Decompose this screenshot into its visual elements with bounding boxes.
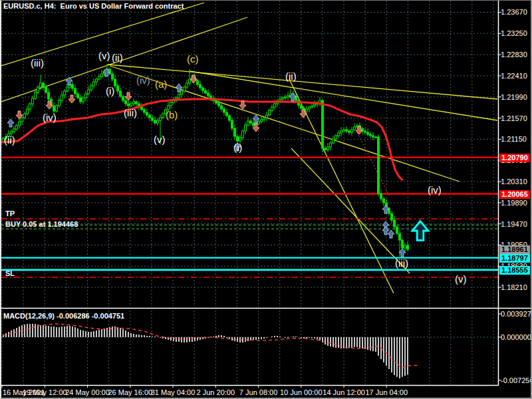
candle — [370, 134, 372, 136]
candle — [35, 92, 37, 98]
candle — [378, 137, 380, 194]
candle — [130, 104, 132, 106]
price-axis-label: 1.21150 — [501, 135, 527, 144]
buy-order-label: BUY 0.05 at 1.194468 — [5, 220, 78, 228]
elliott-wave-label: (ii) — [112, 53, 123, 63]
elliott-wave-label: (iii) — [124, 108, 137, 118]
elliott-wave-label: (c) — [187, 54, 199, 64]
candle — [88, 90, 90, 94]
candle — [348, 131, 350, 132]
elliott-wave-label: (v) — [154, 134, 166, 144]
macd-indicator-label: MACD(12,26,9) -0.006286 -0.004751 — [3, 312, 124, 320]
candle — [380, 194, 382, 199]
candle — [325, 148, 327, 150]
price-axis-label: 1.18210 — [501, 283, 527, 292]
candle — [404, 245, 406, 248]
candle — [383, 199, 385, 203]
candle — [221, 106, 223, 109]
candle — [178, 94, 180, 98]
price-axis-label: 1.23670 — [501, 8, 527, 17]
candle — [98, 76, 100, 79]
candle — [245, 125, 247, 131]
trendline — [190, 71, 497, 120]
candle — [85, 94, 87, 98]
sell-arrow-icon — [68, 95, 75, 103]
price-axis-highlight-label: 1.20065 — [499, 190, 530, 199]
candle — [186, 83, 188, 87]
candle — [274, 104, 276, 107]
candle — [53, 106, 55, 111]
elliott-wave-label: (iii) — [395, 258, 408, 268]
candle — [261, 120, 263, 122]
candle — [40, 83, 42, 87]
macd-axis-label: -0.007256 — [501, 376, 532, 385]
price-axis-label: 1.19890 — [501, 199, 527, 207]
candle — [223, 109, 225, 112]
candle — [112, 74, 114, 79]
candle — [152, 118, 154, 120]
candle — [282, 98, 284, 99]
candle — [269, 110, 271, 115]
candle — [351, 130, 353, 132]
sl-line-label: SL — [5, 269, 15, 277]
candle — [346, 130, 348, 131]
candle — [13, 129, 15, 132]
candle — [162, 114, 164, 118]
candle — [207, 93, 209, 96]
candle — [48, 92, 50, 99]
candle — [37, 87, 39, 92]
candle — [59, 100, 61, 106]
candle — [314, 104, 316, 106]
candle — [399, 233, 401, 240]
candle — [215, 100, 217, 103]
candle — [364, 131, 366, 132]
candle — [285, 97, 287, 98]
candle — [250, 121, 252, 123]
candle — [64, 91, 66, 95]
elliott-wave-label: (v) — [98, 51, 110, 61]
sell-arrow-icon — [190, 75, 197, 83]
candle — [43, 83, 45, 87]
candle — [226, 112, 228, 116]
buy-arrow-icon — [388, 230, 394, 238]
elliott-wave-label: (v) — [455, 274, 467, 284]
candle — [197, 80, 199, 84]
price-axis-highlight-label: 1.18555 — [499, 266, 530, 275]
candle — [181, 91, 183, 94]
elliott-wave-label: (b) — [166, 110, 178, 120]
candle — [367, 132, 369, 134]
candle — [271, 107, 273, 110]
candle — [237, 136, 239, 141]
candle — [247, 121, 249, 125]
candle — [154, 120, 156, 123]
candle — [266, 115, 268, 118]
candle — [330, 143, 332, 147]
candle — [101, 74, 103, 76]
candle — [45, 87, 47, 92]
elliott-wave-label: (iv) — [43, 112, 57, 122]
macd-axis-label: 0.000000 — [501, 333, 531, 342]
candle — [146, 112, 148, 115]
candle — [205, 90, 207, 93]
candle — [402, 240, 404, 248]
elliott-wave-label: (iv) — [428, 185, 442, 195]
price-axis-label: 1.22410 — [501, 72, 527, 80]
moving-average-line — [1, 99, 403, 180]
candle — [189, 79, 191, 83]
candle — [74, 88, 76, 94]
candle — [157, 120, 159, 123]
elliott-wave-label: (i) — [233, 142, 242, 152]
candle — [343, 130, 345, 131]
candle — [231, 120, 233, 128]
candle — [82, 98, 84, 102]
candle — [29, 104, 31, 109]
elliott-wave-label: (iv) — [136, 75, 150, 85]
chart-title: EURUSD.c, H4: Euro vs US Dollar Forward … — [3, 2, 184, 10]
candle — [263, 118, 265, 120]
candle — [239, 138, 241, 141]
price-axis-label: 1.20310 — [501, 178, 527, 186]
candle — [391, 213, 393, 220]
candle — [202, 88, 204, 90]
time-axis-label: 17 Jun 04:00 — [356, 388, 416, 396]
candle — [210, 96, 212, 98]
